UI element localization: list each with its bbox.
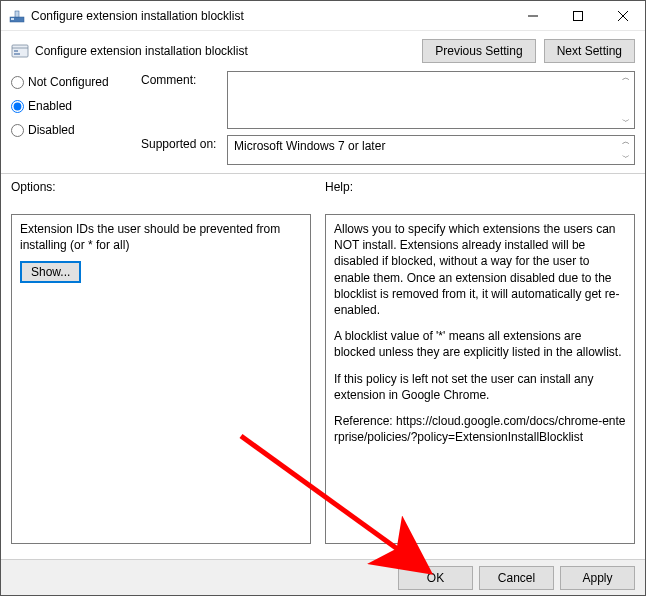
help-paragraph-2: A blocklist value of '*' means all exten… <box>334 328 626 360</box>
radio-disabled-input[interactable] <box>11 124 24 137</box>
title-bar: Configure extension installation blockli… <box>1 1 645 31</box>
lower-area: Options: Extension IDs the user should b… <box>1 174 645 544</box>
state-radio-group: Not Configured Enabled Disabled <box>11 71 141 165</box>
options-description: Extension IDs the user should be prevent… <box>20 221 302 253</box>
maximize-button[interactable] <box>555 1 600 30</box>
help-label: Help: <box>325 180 635 194</box>
radio-not-configured-input[interactable] <box>11 76 24 89</box>
svg-rect-10 <box>14 53 20 55</box>
radio-disabled[interactable]: Disabled <box>11 123 141 137</box>
options-label: Options: <box>11 180 311 194</box>
scroll-up-icon[interactable]: ︿ <box>619 137 633 150</box>
help-panel: Allows you to specify which extensions t… <box>325 214 635 544</box>
header-row: Configure extension installation blockli… <box>1 31 645 67</box>
app-icon <box>9 8 25 24</box>
options-panel: Extension IDs the user should be prevent… <box>11 214 311 544</box>
supported-scrollbar[interactable]: ︿ ﹀ <box>619 137 633 163</box>
show-button[interactable]: Show... <box>20 261 81 283</box>
comment-label: Comment: <box>141 71 221 87</box>
svg-rect-2 <box>11 18 14 20</box>
ok-button[interactable]: OK <box>398 566 473 590</box>
apply-button[interactable]: Apply <box>560 566 635 590</box>
policy-icon <box>11 42 29 60</box>
comment-row: Comment: ︿ ﹀ <box>141 71 635 129</box>
cancel-button[interactable]: Cancel <box>479 566 554 590</box>
svg-rect-9 <box>14 50 18 52</box>
scroll-down-icon[interactable]: ﹀ <box>619 150 633 163</box>
supported-field: Microsoft Windows 7 or later ︿ ﹀ <box>227 135 635 165</box>
fields-column: Comment: ︿ ﹀ Supported on: Microsoft Win… <box>141 71 635 165</box>
svg-rect-1 <box>15 11 19 17</box>
comment-textarea[interactable]: ︿ ﹀ <box>227 71 635 129</box>
help-paragraph-1: Allows you to specify which extensions t… <box>334 221 626 318</box>
radio-not-configured[interactable]: Not Configured <box>11 75 141 89</box>
radio-not-configured-label: Not Configured <box>28 75 109 89</box>
help-column: Help: Allows you to specify which extens… <box>325 180 635 544</box>
radio-disabled-label: Disabled <box>28 123 75 137</box>
options-column: Options: Extension IDs the user should b… <box>11 180 311 544</box>
policy-title: Configure extension installation blockli… <box>35 44 248 58</box>
window-title: Configure extension installation blockli… <box>31 9 244 23</box>
radio-enabled-input[interactable] <box>11 100 24 113</box>
scroll-down-icon[interactable]: ﹀ <box>619 100 633 127</box>
help-paragraph-3: If this policy is left not set the user … <box>334 371 626 403</box>
close-button[interactable] <box>600 1 645 30</box>
window-controls <box>510 1 645 30</box>
minimize-button[interactable] <box>510 1 555 30</box>
radio-enabled-label: Enabled <box>28 99 72 113</box>
policy-editor-window: Configure extension installation blockli… <box>0 0 646 596</box>
comment-scrollbar[interactable]: ︿ ﹀ <box>619 73 633 127</box>
supported-value: Microsoft Windows 7 or later <box>234 139 385 153</box>
next-setting-button[interactable]: Next Setting <box>544 39 635 63</box>
scroll-up-icon[interactable]: ︿ <box>619 73 633 100</box>
policy-nav: Previous Setting Next Setting <box>422 39 635 63</box>
svg-rect-4 <box>573 11 582 20</box>
supported-row: Supported on: Microsoft Windows 7 or lat… <box>141 135 635 165</box>
help-paragraph-4: Reference: https://cloud.google.com/docs… <box>334 413 626 445</box>
dialog-footer: OK Cancel Apply <box>1 559 645 595</box>
radio-enabled[interactable]: Enabled <box>11 99 141 113</box>
previous-setting-button[interactable]: Previous Setting <box>422 39 535 63</box>
config-area: Not Configured Enabled Disabled Comment:… <box>1 67 645 174</box>
supported-label: Supported on: <box>141 135 221 151</box>
